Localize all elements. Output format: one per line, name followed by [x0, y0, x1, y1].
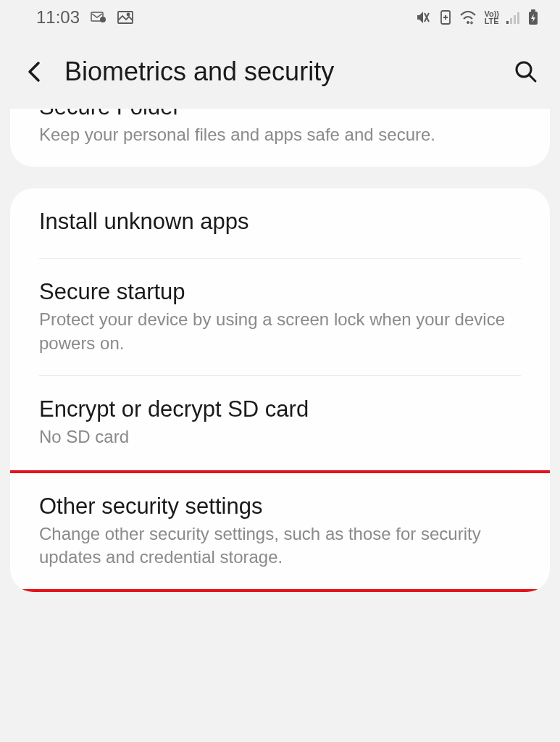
settings-card-2: Install unknown apps Secure startup Prot… [10, 188, 550, 592]
content: Secure Folder Keep your personal files a… [0, 109, 560, 592]
list-item-title: Install unknown apps [39, 209, 521, 235]
svg-point-1 [100, 17, 106, 22]
back-button[interactable] [25, 59, 43, 85]
list-item-desc: Keep your personal files and apps safe a… [39, 123, 521, 146]
svg-point-3 [128, 14, 130, 16]
status-bar-left: 11:03 [36, 7, 133, 28]
list-item-title: Encrypt or decrypt SD card [39, 396, 521, 422]
list-item-title: Secure startup [39, 279, 521, 305]
svg-rect-6 [510, 18, 512, 24]
settings-card-1: Secure Folder Keep your personal files a… [10, 109, 550, 167]
list-item-desc: Protect your device by using a screen lo… [39, 308, 521, 355]
header: Biometrics and security [0, 35, 560, 109]
list-item-title: Other security settings [39, 493, 521, 520]
list-item-desc: Change other security settings, such as … [39, 522, 521, 570]
wifi-icon [459, 10, 477, 25]
status-time: 11:03 [36, 7, 80, 28]
volte-icon: Vo)) LTE [484, 10, 499, 25]
list-item-title: Secure Folder [39, 109, 521, 120]
list-item-encrypt-sd-card[interactable]: Encrypt or decrypt SD card No SD card [10, 376, 550, 469]
list-item-install-unknown-apps[interactable]: Install unknown apps [10, 188, 550, 258]
highlight-annotation: Other security settings Change other sec… [10, 470, 550, 593]
page-title: Biometrics and security [64, 57, 492, 87]
svg-rect-7 [514, 15, 516, 24]
search-button[interactable] [514, 59, 538, 84]
svg-rect-10 [531, 9, 535, 12]
mail-icon [90, 11, 107, 24]
status-bar-right: Vo)) LTE [416, 9, 538, 25]
svg-rect-5 [506, 21, 509, 24]
image-icon [117, 11, 133, 24]
list-item-desc: No SD card [39, 425, 521, 449]
data-saver-icon [439, 10, 452, 25]
list-item-other-security-settings[interactable]: Other security settings Change other sec… [10, 473, 550, 590]
list-item-secure-folder[interactable]: Secure Folder Keep your personal files a… [10, 109, 550, 167]
list-item-secure-startup[interactable]: Secure startup Protect your device by us… [10, 259, 550, 375]
status-bar: 11:03 Vo)) LTE [0, 0, 560, 35]
svg-rect-8 [517, 12, 519, 24]
mute-vibrate-icon [416, 10, 432, 25]
signal-icon [506, 11, 521, 24]
battery-charging-icon [528, 9, 538, 25]
